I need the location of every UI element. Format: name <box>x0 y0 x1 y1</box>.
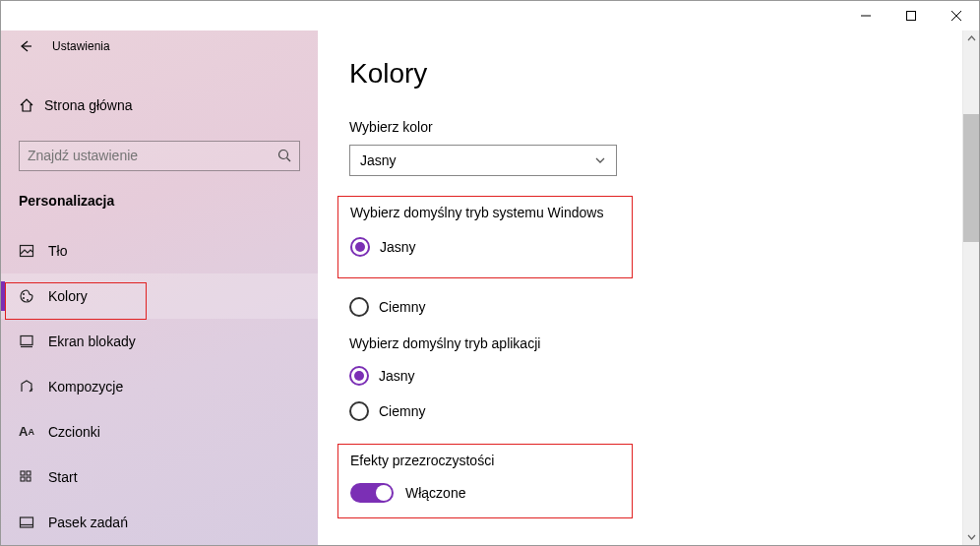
radio-label: Jasny <box>379 368 415 384</box>
theme-icon <box>19 379 48 394</box>
choose-color-label: Wybierz kolor <box>349 119 962 135</box>
sidebar-item-themes[interactable]: Kompozycje <box>1 364 318 409</box>
svg-rect-17 <box>21 517 33 527</box>
scroll-track[interactable] <box>963 47 979 528</box>
sidebar-item-taskbar[interactable]: Pasek zadań <box>1 500 318 545</box>
radio-label: Jasny <box>380 239 416 255</box>
sidebar-item-lockscreen[interactable]: Ekran blokady <box>1 319 318 364</box>
titlebar <box>1 1 979 30</box>
sidebar-item-label: Start <box>48 469 78 485</box>
sidebar-item-colors[interactable]: Kolory <box>1 273 318 319</box>
windows-mode-light[interactable]: Jasny <box>350 232 620 262</box>
radio-label: Ciemny <box>379 299 425 315</box>
svg-point-10 <box>27 299 29 301</box>
transparency-title: Efekty przezroczystości <box>350 453 620 468</box>
scroll-down-icon[interactable] <box>963 528 980 545</box>
svg-rect-14 <box>27 471 31 475</box>
sidebar-item-label: Czcionki <box>48 424 100 440</box>
choose-color-value: Jasny <box>360 152 397 168</box>
radio-checked-icon <box>349 366 369 386</box>
content: Kolory Wybierz kolor Jasny Wybierz domyś… <box>318 30 962 545</box>
radio-icon <box>349 297 369 317</box>
picture-icon <box>19 243 48 259</box>
sidebar-item-fonts[interactable]: AA Czcionki <box>1 409 318 455</box>
app-mode-light[interactable]: Jasny <box>349 361 962 391</box>
sidebar-item-label: Ekran blokady <box>48 334 136 349</box>
choose-color-select[interactable]: Jasny <box>349 145 617 176</box>
taskbar-icon <box>19 515 48 530</box>
sidebar-header: Ustawienia <box>1 30 318 61</box>
start-icon <box>19 469 48 485</box>
sidebar-item-start[interactable]: Start <box>1 455 318 500</box>
home-icon <box>19 97 44 113</box>
lockscreen-icon <box>19 334 48 349</box>
svg-point-5 <box>279 151 288 159</box>
sidebar: Ustawienia Strona główna Personalizacja <box>1 30 318 545</box>
scroll-up-icon[interactable] <box>963 30 980 47</box>
app-mode-title: Wybierz domyślny tryb aplikacji <box>349 335 962 351</box>
content-wrap: Kolory Wybierz kolor Jasny Wybierz domyś… <box>318 30 979 545</box>
home-label: Strona główna <box>44 97 133 113</box>
category-label: Personalizacja <box>19 193 318 209</box>
page-title: Kolory <box>349 58 962 90</box>
windows-mode-title: Wybierz domyślny tryb systemu Windows <box>350 205 620 220</box>
sidebar-item-label: Tło <box>48 243 67 259</box>
windows-mode-dark[interactable]: Ciemny <box>349 292 962 322</box>
transparency-group: Efekty przezroczystości Włączone <box>337 444 633 518</box>
font-icon: AA <box>19 424 48 439</box>
sidebar-item-background[interactable]: Tło <box>1 228 318 273</box>
settings-window: Ustawienia Strona główna Personalizacja <box>0 0 980 546</box>
minimize-button[interactable] <box>843 1 888 30</box>
search-input-wrap[interactable] <box>19 141 300 171</box>
search-icon <box>277 149 291 162</box>
radio-icon <box>349 401 369 421</box>
svg-rect-15 <box>21 477 25 481</box>
chevron-down-icon <box>594 154 606 166</box>
svg-rect-11 <box>21 335 32 344</box>
maximize-button[interactable] <box>888 1 934 30</box>
svg-rect-16 <box>27 477 31 481</box>
svg-point-9 <box>23 297 25 299</box>
window-body: Ustawienia Strona główna Personalizacja <box>1 30 979 545</box>
sidebar-nav: Tło Kolory Ekran blokady <box>1 228 318 545</box>
back-arrow-icon[interactable] <box>15 39 36 53</box>
svg-rect-13 <box>21 471 25 475</box>
radio-label: Ciemny <box>379 403 425 419</box>
scrollbar[interactable] <box>962 30 979 545</box>
scroll-thumb[interactable] <box>963 114 979 242</box>
svg-rect-1 <box>907 12 916 21</box>
windows-mode-group: Wybierz domyślny tryb systemu Windows Ja… <box>337 196 633 278</box>
app-title: Ustawienia <box>52 39 110 53</box>
svg-line-6 <box>287 158 291 162</box>
toggle-on-icon <box>350 483 394 503</box>
close-button[interactable] <box>934 1 979 30</box>
palette-icon <box>19 288 48 304</box>
svg-point-8 <box>23 293 25 295</box>
sidebar-item-label: Kolory <box>48 288 88 304</box>
sidebar-item-label: Pasek zadań <box>48 515 128 530</box>
radio-checked-icon <box>350 237 370 257</box>
app-mode-dark[interactable]: Ciemny <box>349 396 962 426</box>
transparency-toggle-row[interactable]: Włączone <box>350 480 620 506</box>
home-link[interactable]: Strona główna <box>1 89 318 123</box>
toggle-state: Włączone <box>405 485 465 501</box>
sidebar-item-label: Kompozycje <box>48 379 123 394</box>
search-input[interactable] <box>28 148 277 163</box>
